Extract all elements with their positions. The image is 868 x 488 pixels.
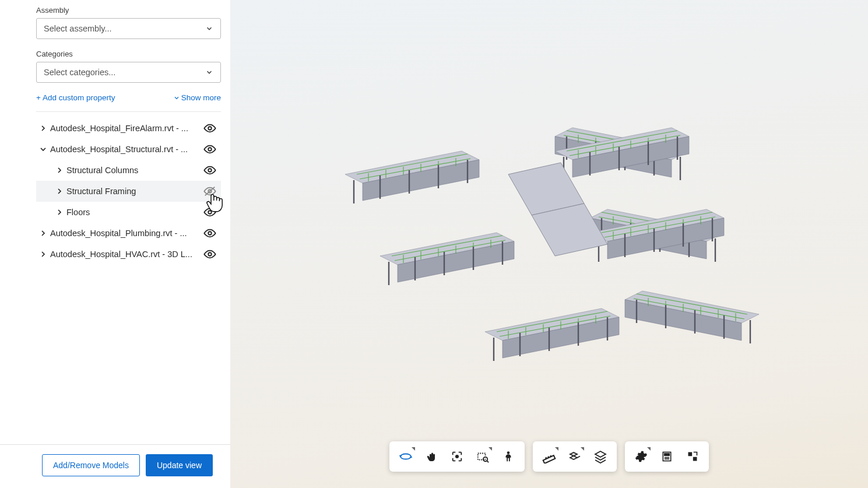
flyout-indicator-icon [412,447,415,451]
tree-item-label: Autodesk_Hospital_HVAC.rvt - 3D L... [50,250,201,259]
svg-point-0 [208,127,212,130]
add-custom-property-link[interactable]: + Add custom property [36,93,115,102]
ruler-icon [542,450,556,464]
tree-child-floors[interactable]: Floors [36,202,221,223]
tree-child-framing[interactable]: Structural Framing [36,181,221,202]
update-view-button[interactable]: Update view [146,454,213,476]
visibility-toggle[interactable] [201,248,219,261]
chevron-right-icon[interactable] [52,166,66,175]
show-more-link[interactable]: Show more [173,93,221,102]
flyout-indicator-icon [555,447,558,451]
tree-item-label: Autodesk_Hospital_Structural.rvt - ... [50,145,201,154]
eye-icon [203,227,216,240]
chevron-down-icon[interactable] [36,145,50,154]
fit-icon [451,450,463,463]
tool-properties[interactable] [655,445,679,468]
tree-item-hvac[interactable]: Autodesk_Hospital_HVAC.rvt - 3D L... [36,244,221,265]
visibility-toggle[interactable] [201,143,219,156]
visibility-toggle[interactable] [201,206,219,219]
flyout-indicator-icon [489,447,492,451]
svg-line-30 [550,455,551,457]
assembly-placeholder: Select assembly... [44,24,112,33]
tree-item-label: Autodesk_Hospital_Plumbing.rvt - ... [50,229,201,238]
eye-icon [203,206,216,219]
visibility-toggle[interactable] [201,122,219,135]
svg-line-25 [487,461,489,462]
svg-point-5 [208,210,212,214]
gear-icon [635,450,648,463]
svg-point-26 [507,451,510,454]
fullscreen-icon [687,451,698,462]
tree-item-label: Structural Columns [66,166,201,175]
chevron-right-icon[interactable] [52,187,66,196]
sidebar-footer: Add/Remove Models Update view [0,444,230,488]
tool-settings[interactable] [630,445,653,468]
tree-item-label: Autodesk_Hospital_FireAlarm.rvt - ... [50,124,201,133]
tool-fullscreen[interactable] [681,445,704,468]
person-icon [502,450,515,463]
eye-icon [203,143,216,156]
chevron-right-icon[interactable] [36,124,50,133]
visibility-toggle[interactable] [201,164,219,177]
eye-icon [203,248,216,261]
tool-measure[interactable] [537,445,561,468]
chevron-down-icon [173,94,180,101]
assembly-label: Assembly [36,6,221,15]
svg-rect-23 [478,454,486,460]
tool-walk[interactable] [497,445,520,468]
tool-orbit[interactable] [394,445,417,468]
svg-point-6 [208,231,212,235]
explode-icon [568,450,582,464]
add-remove-models-button[interactable]: Add/Remove Models [42,454,140,476]
tree-item-plumbing[interactable]: Autodesk_Hospital_Plumbing.rvt - ... [36,223,221,244]
assembly-select[interactable]: Select assembly... [36,18,221,39]
svg-point-22 [456,455,458,458]
show-more-text: Show more [181,93,221,102]
svg-rect-27 [543,455,556,464]
svg-point-2 [208,168,212,172]
chevron-down-icon [205,24,213,33]
flyout-indicator-icon [581,447,584,451]
categories-label: Categories [36,50,221,58]
tool-group-navigation [389,441,525,472]
tree-item-firealarm[interactable]: Autodesk_Hospital_FireAlarm.rvt - ... [36,118,221,139]
categories-select[interactable]: Select categories... [36,62,221,83]
sidebar-content: Assembly Select assembly... Categories S… [0,0,230,444]
categories-placeholder: Select categories... [44,68,115,77]
flyout-indicator-icon [647,447,651,451]
visibility-toggle[interactable] [201,227,219,240]
tree-item-label: Floors [66,208,201,217]
model-tree: Autodesk_Hospital_FireAlarm.rvt - ... Au… [36,118,221,265]
model-render [230,0,868,488]
building-model-icon [310,81,788,408]
properties-icon [661,451,673,462]
tree-item-label: Structural Framing [66,187,201,196]
tool-zoom-window[interactable] [471,445,494,468]
chevron-right-icon[interactable] [36,250,50,259]
tool-pan[interactable] [420,445,443,468]
model-viewer[interactable] [230,0,868,488]
svg-rect-32 [665,454,669,455]
eye-icon [203,122,216,135]
tool-fit[interactable] [445,445,469,468]
links-row: + Add custom property Show more [36,93,221,102]
eye-off-icon [203,185,216,198]
tool-group-measure [533,441,617,472]
chevron-right-icon[interactable] [36,229,50,238]
tool-group-settings [625,441,709,472]
viewer-toolbar [389,441,709,472]
tool-layers[interactable] [589,445,612,468]
svg-point-1 [208,148,212,151]
svg-line-29 [548,457,549,458]
divider [36,111,221,112]
tree-item-structural[interactable]: Autodesk_Hospital_Structural.rvt - ... [36,139,221,160]
orbit-icon [399,450,413,464]
sidebar-panel: Assembly Select assembly... Categories S… [0,0,230,488]
chevron-right-icon[interactable] [52,208,66,217]
layers-icon [593,450,607,464]
tree-child-columns[interactable]: Structural Columns [36,160,221,181]
chevron-down-icon [205,68,213,76]
tool-explode[interactable] [563,445,586,468]
visibility-toggle[interactable] [201,185,219,198]
pan-icon [424,450,438,464]
